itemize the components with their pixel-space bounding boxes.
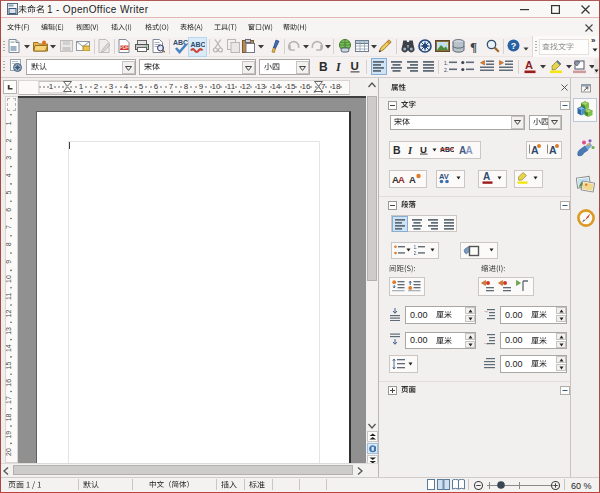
svg-text:A: A — [525, 59, 533, 71]
svg-text:AV: AV — [439, 172, 449, 181]
svg-text:6: 6 — [154, 82, 159, 91]
svg-text:2: 2 — [94, 82, 99, 91]
svg-text:→: → — [483, 340, 489, 346]
svg-text:15: 15 — [5, 362, 12, 370]
svg-text:I: I — [408, 145, 413, 155]
svg-text:3: 3 — [5, 156, 12, 160]
svg-text:19: 19 — [5, 431, 12, 439]
svg-text:A: A — [483, 171, 490, 182]
svg-text:16: 16 — [5, 379, 12, 387]
svg-text:3: 3 — [109, 82, 114, 91]
svg-text:→: → — [483, 308, 489, 314]
svg-text:2.: 2. — [444, 67, 448, 73]
svg-text:6: 6 — [5, 208, 12, 212]
svg-text:4: 4 — [124, 82, 129, 91]
svg-text:2.: 2. — [414, 251, 417, 255]
svg-text:I: I — [336, 60, 342, 73]
svg-text:9: 9 — [5, 260, 12, 264]
svg-text:U: U — [351, 60, 359, 72]
svg-text:15: 15 — [287, 82, 296, 91]
svg-text:8: 8 — [5, 242, 12, 246]
svg-text:11: 11 — [227, 82, 236, 91]
svg-text:10: 10 — [5, 275, 12, 283]
svg-text:1.: 1. — [414, 245, 417, 250]
svg-text:1.: 1. — [444, 60, 448, 66]
svg-text:ABC: ABC — [190, 41, 205, 48]
svg-text:B: B — [319, 60, 328, 73]
svg-text:2: 2 — [5, 139, 12, 143]
svg-text:A: A — [466, 145, 473, 155]
svg-text:7: 7 — [5, 225, 12, 229]
svg-text:14: 14 — [5, 344, 12, 352]
svg-text:17: 17 — [5, 396, 12, 404]
svg-text:12: 12 — [5, 310, 12, 318]
svg-text:10: 10 — [212, 82, 221, 91]
svg-text:»: » — [591, 36, 596, 43]
svg-text:8: 8 — [184, 82, 189, 91]
svg-text:5: 5 — [139, 82, 144, 91]
svg-text:9: 9 — [199, 82, 204, 91]
svg-text:U: U — [420, 144, 427, 155]
svg-text:1: 1 — [79, 82, 84, 91]
svg-text:20: 20 — [5, 448, 12, 456]
svg-text:14: 14 — [272, 82, 281, 91]
svg-text:A: A — [398, 174, 405, 185]
svg-text:18: 18 — [332, 82, 341, 91]
svg-text:13: 13 — [257, 82, 266, 91]
svg-text:?: ? — [511, 41, 517, 51]
svg-text:1: 1 — [49, 82, 54, 91]
svg-text:16: 16 — [302, 82, 311, 91]
svg-text:7: 7 — [169, 82, 174, 91]
svg-text:12: 12 — [242, 82, 251, 91]
svg-text:PDF: PDF — [120, 45, 129, 50]
svg-text:4: 4 — [5, 173, 12, 177]
svg-text:¶: ¶ — [470, 39, 477, 53]
svg-text:18: 18 — [5, 413, 12, 421]
svg-text:13: 13 — [5, 327, 12, 335]
svg-text:1: 1 — [5, 121, 12, 125]
svg-text:B: B — [393, 144, 401, 155]
svg-text:5: 5 — [5, 190, 12, 194]
svg-text:11: 11 — [5, 293, 12, 300]
svg-text:A: A — [409, 174, 416, 185]
